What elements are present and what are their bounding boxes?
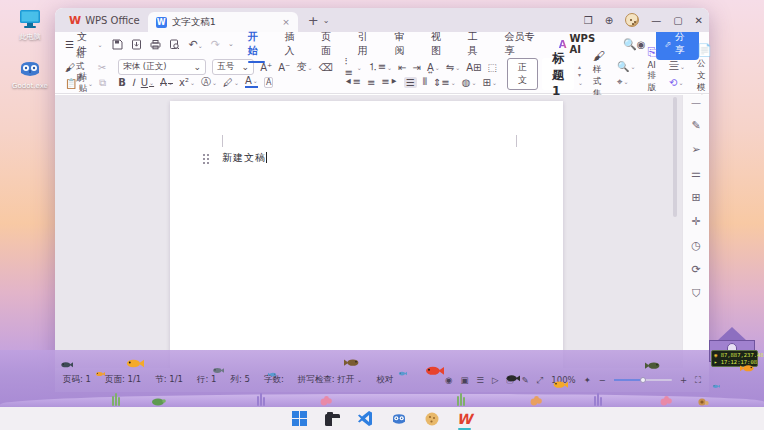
print-preview-button[interactable] bbox=[169, 39, 180, 50]
globe-icon[interactable]: ⊕ bbox=[605, 15, 613, 26]
paragraph-drag-handle-icon[interactable] bbox=[202, 153, 211, 165]
outline-view-icon[interactable]: ☰ bbox=[476, 375, 484, 385]
style-set-button[interactable]: 🖌 样式集 bbox=[589, 57, 609, 91]
select-cursor-icon[interactable]: ➢ bbox=[691, 143, 700, 156]
tab-close-icon[interactable]: × bbox=[282, 17, 290, 27]
vscode-icon[interactable] bbox=[357, 410, 374, 427]
user-avatar[interactable] bbox=[625, 13, 639, 27]
phonetic-guide-button[interactable]: 变⌄ bbox=[296, 60, 312, 74]
numbering-button[interactable]: ⒈≡⌄ bbox=[368, 60, 392, 74]
refresh-icon[interactable]: ⟳ bbox=[691, 263, 700, 276]
select-button[interactable]: ⌖⌄ bbox=[617, 76, 629, 88]
italic-button[interactable]: I bbox=[132, 77, 135, 88]
bold-button[interactable]: B bbox=[118, 77, 126, 88]
highlight-color-button[interactable]: 🖊⌄ bbox=[223, 77, 239, 88]
line-spacing-button[interactable]: ⇕≡⌄ bbox=[433, 77, 456, 88]
close-button[interactable]: ✕ bbox=[695, 15, 703, 26]
collapse-panel-icon[interactable]: — bbox=[691, 97, 701, 108]
desktop-icon-this-pc[interactable]: 此电脑 bbox=[6, 8, 54, 42]
styles-up-icon[interactable]: ▴ bbox=[578, 63, 583, 70]
tab-insert[interactable]: 插入 bbox=[284, 30, 302, 58]
tab-tools[interactable]: 工具 bbox=[468, 30, 486, 58]
history-clock-icon[interactable]: ◷ bbox=[691, 239, 701, 252]
page-view-icon[interactable]: ▣ bbox=[460, 375, 468, 385]
document-text[interactable]: 新建文稿 bbox=[222, 151, 267, 165]
styles-more-icon[interactable]: ⌄ bbox=[578, 79, 583, 86]
increase-indent-button[interactable]: ⇥ bbox=[413, 62, 421, 73]
file-explorer-icon[interactable] bbox=[324, 410, 341, 427]
paste-button[interactable]: 📋粘贴⌄ bbox=[65, 71, 93, 95]
char-scale-button[interactable]: A͍⌄ bbox=[427, 62, 440, 73]
convert-button[interactable]: ⟲⌄ bbox=[669, 77, 683, 88]
font-color-button[interactable]: A⌄ bbox=[245, 76, 258, 88]
zoom-out-button[interactable]: − bbox=[599, 375, 606, 385]
workspace-icon[interactable]: ❐ bbox=[584, 15, 593, 26]
export-pdf-button[interactable] bbox=[131, 39, 142, 50]
spellcheck-status[interactable]: 拼写检查: 打开 ⌄ bbox=[298, 374, 362, 386]
strikethrough-button[interactable]: A⌄ bbox=[160, 77, 173, 88]
wps-taskbar-icon[interactable]: W bbox=[456, 410, 473, 427]
increase-font-button[interactable]: A⁺ bbox=[260, 62, 272, 73]
text-tool-button[interactable]: 亖⌄ bbox=[669, 59, 685, 73]
tab-view[interactable]: 视图 bbox=[431, 30, 449, 58]
fit-page-icon[interactable]: ⤢ bbox=[537, 375, 544, 386]
tab-review[interactable]: 审阅 bbox=[394, 30, 412, 58]
edit-pen-icon[interactable]: ✎ bbox=[691, 119, 700, 132]
style-heading1[interactable]: 标题 1 bbox=[542, 58, 574, 90]
calendar-edit-icon[interactable]: ⊞ bbox=[691, 191, 700, 204]
godot-taskbar-icon[interactable] bbox=[390, 410, 407, 427]
styles-down-icon[interactable]: ▾ bbox=[578, 71, 583, 78]
vertical-scrollbar[interactable] bbox=[673, 97, 677, 217]
desktop-icon-godot[interactable]: Godot.exe bbox=[6, 58, 54, 90]
official-doc-mode-button[interactable]: 📄 公文模式 bbox=[693, 57, 716, 91]
document-tab[interactable]: W 文字文稿1 × bbox=[148, 12, 298, 32]
align-right-button[interactable]: ≡⯈ bbox=[381, 76, 397, 88]
align-left-button[interactable]: ⯇≡ bbox=[345, 76, 361, 88]
find-button[interactable]: 🔍⌄ bbox=[617, 61, 636, 72]
new-tab-button[interactable]: + bbox=[308, 13, 319, 28]
font-name-select[interactable]: 宋体 (正文)⌄ bbox=[118, 59, 206, 75]
search-icon[interactable]: 🔍 bbox=[623, 38, 637, 51]
cookie-pet-icon[interactable] bbox=[423, 410, 440, 427]
best-fit-star-icon[interactable]: ✦ bbox=[584, 375, 591, 385]
wps-office-brand[interactable]: W WPS Office bbox=[61, 12, 148, 29]
clear-format-button[interactable]: ⌫ bbox=[318, 62, 332, 73]
justify-button[interactable]: ☰ bbox=[404, 77, 417, 88]
cjk-layout-button[interactable]: ⇋⌄ bbox=[446, 62, 460, 73]
read-mode-icon[interactable]: ▷ bbox=[492, 375, 499, 385]
zoom-in-button[interactable]: + bbox=[680, 375, 687, 385]
tab-page[interactable]: 页面 bbox=[321, 30, 339, 58]
customize-toolbar-chevron-icon[interactable]: ⌄ bbox=[228, 40, 234, 48]
paragraph-layout-button[interactable]: ⬚ bbox=[487, 62, 496, 73]
underline-button[interactable]: U⌄ bbox=[141, 77, 154, 88]
undo-button[interactable]: ↶⌄ bbox=[188, 38, 202, 51]
tab-home[interactable]: 开始 bbox=[248, 30, 266, 58]
ink-pen-icon[interactable]: ✎ bbox=[521, 375, 528, 385]
style-normal[interactable]: 正文 bbox=[507, 58, 538, 90]
char-border-button[interactable]: A⊞ bbox=[466, 62, 481, 73]
decrease-font-button[interactable]: A⁻ bbox=[278, 62, 290, 73]
cut-button[interactable]: ✂ bbox=[98, 62, 106, 73]
align-center-button[interactable]: ≡ bbox=[367, 77, 375, 88]
maximize-button[interactable]: ▢ bbox=[673, 15, 682, 26]
print-button[interactable] bbox=[150, 39, 161, 50]
tab-list-chevron-icon[interactable]: ⌄ bbox=[323, 16, 330, 25]
distribute-button[interactable]: ⫴ bbox=[423, 76, 427, 88]
adjust-sliders-icon[interactable]: ⚌ bbox=[691, 167, 701, 180]
zoom-slider[interactable] bbox=[614, 379, 672, 381]
tab-reference[interactable]: 引用 bbox=[358, 30, 376, 58]
decrease-indent-button[interactable]: ⇤ bbox=[398, 62, 406, 73]
superscript-button[interactable]: x²⌄ bbox=[179, 77, 195, 88]
shading-color-button[interactable]: ◍⌄ bbox=[462, 77, 477, 88]
save-button[interactable] bbox=[112, 39, 123, 50]
windows-start-button[interactable] bbox=[291, 410, 308, 427]
text-effects-button[interactable]: Ⓐ⌄ bbox=[201, 75, 217, 89]
eye-care-icon[interactable]: ◉ bbox=[445, 375, 452, 385]
proofread-button[interactable]: 校对 bbox=[376, 374, 393, 386]
character-shading-button[interactable]: A bbox=[264, 77, 273, 88]
tab-member[interactable]: 会员专享 bbox=[504, 30, 539, 58]
move-arrows-icon[interactable]: ✛ bbox=[691, 215, 700, 228]
copy-button[interactable]: ⧉ bbox=[99, 77, 106, 89]
redo-button[interactable]: ↷ bbox=[211, 38, 220, 51]
borders-button[interactable]: ⊞⌄ bbox=[482, 77, 496, 88]
